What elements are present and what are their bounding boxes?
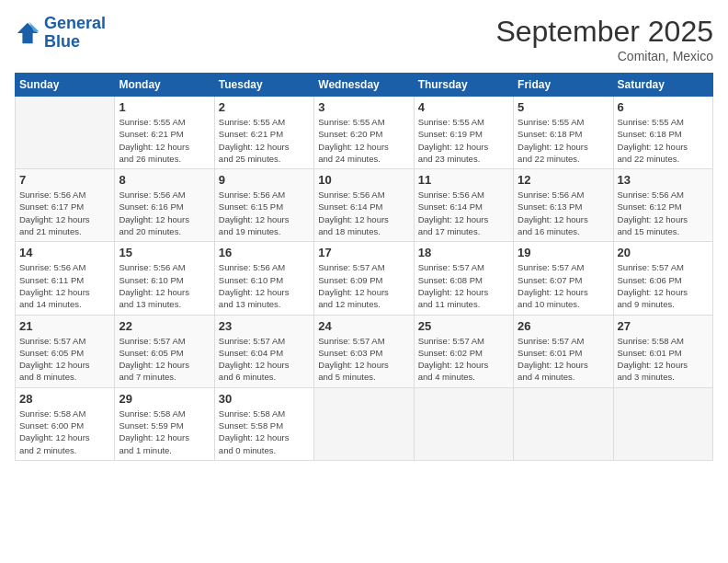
svg-marker-0 xyxy=(17,23,38,43)
day-header-friday: Friday xyxy=(514,74,613,97)
week-row-1: 1Sunrise: 5:55 AM Sunset: 6:21 PM Daylig… xyxy=(16,97,713,169)
calendar-cell: 17Sunrise: 5:57 AM Sunset: 6:09 PM Dayli… xyxy=(314,242,414,315)
day-info: Sunrise: 5:57 AM Sunset: 6:06 PM Dayligh… xyxy=(618,261,709,310)
day-info: Sunrise: 5:55 AM Sunset: 6:21 PM Dayligh… xyxy=(219,116,310,165)
calendar-cell: 30Sunrise: 5:58 AM Sunset: 5:58 PM Dayli… xyxy=(214,387,313,460)
day-info: Sunrise: 5:56 AM Sunset: 6:13 PM Dayligh… xyxy=(518,189,609,237)
calendar-cell: 15Sunrise: 5:56 AM Sunset: 6:10 PM Dayli… xyxy=(115,242,214,315)
logo-text: General Blue xyxy=(44,15,106,52)
day-number: 22 xyxy=(119,319,210,333)
day-number: 14 xyxy=(19,246,110,259)
day-info: Sunrise: 5:56 AM Sunset: 6:17 PM Dayligh… xyxy=(19,189,110,237)
day-number: 16 xyxy=(219,246,310,259)
day-info: Sunrise: 5:56 AM Sunset: 6:16 PM Dayligh… xyxy=(119,189,210,237)
day-number: 29 xyxy=(119,392,210,406)
day-number: 25 xyxy=(418,319,509,333)
day-info: Sunrise: 5:57 AM Sunset: 6:09 PM Dayligh… xyxy=(318,261,409,310)
day-info: Sunrise: 5:56 AM Sunset: 6:10 PM Dayligh… xyxy=(119,261,210,310)
day-number: 4 xyxy=(418,100,509,114)
day-info: Sunrise: 5:55 AM Sunset: 6:18 PM Dayligh… xyxy=(618,116,709,165)
day-number: 8 xyxy=(119,173,210,187)
day-info: Sunrise: 5:56 AM Sunset: 6:15 PM Dayligh… xyxy=(219,189,310,237)
day-info: Sunrise: 5:57 AM Sunset: 6:07 PM Dayligh… xyxy=(518,261,609,310)
day-info: Sunrise: 5:56 AM Sunset: 6:12 PM Dayligh… xyxy=(618,189,709,237)
week-row-4: 21Sunrise: 5:57 AM Sunset: 6:05 PM Dayli… xyxy=(16,315,713,387)
month-title: September 2025 xyxy=(495,15,713,49)
logo-icon xyxy=(15,20,40,46)
calendar-cell xyxy=(514,387,613,460)
day-info: Sunrise: 5:57 AM Sunset: 6:04 PM Dayligh… xyxy=(219,335,310,384)
calendar-cell: 16Sunrise: 5:56 AM Sunset: 6:10 PM Dayli… xyxy=(214,242,313,315)
day-number: 26 xyxy=(518,319,609,333)
day-info: Sunrise: 5:57 AM Sunset: 6:08 PM Dayligh… xyxy=(418,261,509,310)
day-header-wednesday: Wednesday xyxy=(314,74,414,97)
calendar-cell: 28Sunrise: 5:58 AM Sunset: 6:00 PM Dayli… xyxy=(16,387,115,460)
day-info: Sunrise: 5:58 AM Sunset: 6:01 PM Dayligh… xyxy=(618,335,709,384)
calendar-cell: 21Sunrise: 5:57 AM Sunset: 6:05 PM Dayli… xyxy=(16,315,115,387)
day-number: 28 xyxy=(19,392,110,406)
calendar-cell xyxy=(414,387,513,460)
day-header-thursday: Thursday xyxy=(414,74,513,97)
calendar-table: SundayMondayTuesdayWednesdayThursdayFrid… xyxy=(15,73,713,461)
calendar-cell: 7Sunrise: 5:56 AM Sunset: 6:17 PM Daylig… xyxy=(16,169,115,242)
calendar-cell: 11Sunrise: 5:56 AM Sunset: 6:14 PM Dayli… xyxy=(414,169,513,242)
day-info: Sunrise: 5:58 AM Sunset: 5:58 PM Dayligh… xyxy=(219,408,310,456)
calendar-cell: 4Sunrise: 5:55 AM Sunset: 6:19 PM Daylig… xyxy=(414,97,513,169)
day-info: Sunrise: 5:56 AM Sunset: 6:14 PM Dayligh… xyxy=(318,189,409,237)
day-number: 10 xyxy=(318,173,409,187)
calendar-cell: 10Sunrise: 5:56 AM Sunset: 6:14 PM Dayli… xyxy=(314,169,414,242)
day-info: Sunrise: 5:56 AM Sunset: 6:10 PM Dayligh… xyxy=(219,261,310,310)
calendar-cell: 1Sunrise: 5:55 AM Sunset: 6:21 PM Daylig… xyxy=(115,97,214,169)
day-number: 11 xyxy=(418,173,509,187)
day-header-saturday: Saturday xyxy=(613,74,712,97)
calendar-cell: 2Sunrise: 5:55 AM Sunset: 6:21 PM Daylig… xyxy=(214,97,313,169)
day-number: 21 xyxy=(19,319,110,333)
day-info: Sunrise: 5:56 AM Sunset: 6:14 PM Dayligh… xyxy=(418,189,509,237)
day-info: Sunrise: 5:57 AM Sunset: 6:02 PM Dayligh… xyxy=(418,335,509,384)
day-number: 12 xyxy=(518,173,609,187)
day-info: Sunrise: 5:55 AM Sunset: 6:18 PM Dayligh… xyxy=(518,116,609,165)
calendar-cell: 27Sunrise: 5:58 AM Sunset: 6:01 PM Dayli… xyxy=(613,315,712,387)
day-number: 3 xyxy=(318,100,409,114)
title-block: September 2025 Comitan, Mexico xyxy=(495,15,713,63)
calendar-cell xyxy=(314,387,414,460)
calendar-cell: 9Sunrise: 5:56 AM Sunset: 6:15 PM Daylig… xyxy=(214,169,313,242)
day-number: 30 xyxy=(219,392,310,406)
day-number: 2 xyxy=(219,100,310,114)
day-info: Sunrise: 5:55 AM Sunset: 6:19 PM Dayligh… xyxy=(418,116,509,165)
calendar-cell: 23Sunrise: 5:57 AM Sunset: 6:04 PM Dayli… xyxy=(214,315,313,387)
day-info: Sunrise: 5:55 AM Sunset: 6:20 PM Dayligh… xyxy=(318,116,409,165)
calendar-cell: 3Sunrise: 5:55 AM Sunset: 6:20 PM Daylig… xyxy=(314,97,414,169)
calendar-body: 1Sunrise: 5:55 AM Sunset: 6:21 PM Daylig… xyxy=(16,97,713,461)
calendar-cell: 5Sunrise: 5:55 AM Sunset: 6:18 PM Daylig… xyxy=(514,97,613,169)
day-header-sunday: Sunday xyxy=(16,74,115,97)
page-header: General Blue September 2025 Comitan, Mex… xyxy=(15,15,713,63)
day-info: Sunrise: 5:57 AM Sunset: 6:05 PM Dayligh… xyxy=(19,335,110,384)
calendar-cell: 19Sunrise: 5:57 AM Sunset: 6:07 PM Dayli… xyxy=(514,242,613,315)
day-number: 5 xyxy=(518,100,609,114)
day-header-tuesday: Tuesday xyxy=(214,74,313,97)
day-number: 23 xyxy=(219,319,310,333)
day-number: 7 xyxy=(19,173,110,187)
week-row-3: 14Sunrise: 5:56 AM Sunset: 6:11 PM Dayli… xyxy=(16,242,713,315)
day-number: 24 xyxy=(318,319,409,333)
calendar-cell: 24Sunrise: 5:57 AM Sunset: 6:03 PM Dayli… xyxy=(314,315,414,387)
calendar-cell: 26Sunrise: 5:57 AM Sunset: 6:01 PM Dayli… xyxy=(514,315,613,387)
day-number: 17 xyxy=(318,246,409,259)
day-info: Sunrise: 5:57 AM Sunset: 6:01 PM Dayligh… xyxy=(518,335,609,384)
day-info: Sunrise: 5:55 AM Sunset: 6:21 PM Dayligh… xyxy=(119,116,210,165)
calendar-cell: 22Sunrise: 5:57 AM Sunset: 6:05 PM Dayli… xyxy=(115,315,214,387)
day-info: Sunrise: 5:58 AM Sunset: 5:59 PM Dayligh… xyxy=(119,408,210,456)
day-info: Sunrise: 5:57 AM Sunset: 6:05 PM Dayligh… xyxy=(119,335,210,384)
day-number: 20 xyxy=(618,246,709,259)
calendar-cell: 13Sunrise: 5:56 AM Sunset: 6:12 PM Dayli… xyxy=(613,169,712,242)
logo: General Blue xyxy=(15,15,106,52)
day-info: Sunrise: 5:56 AM Sunset: 6:11 PM Dayligh… xyxy=(19,261,110,310)
day-number: 18 xyxy=(418,246,509,259)
week-row-2: 7Sunrise: 5:56 AM Sunset: 6:17 PM Daylig… xyxy=(16,169,713,242)
calendar-cell: 14Sunrise: 5:56 AM Sunset: 6:11 PM Dayli… xyxy=(16,242,115,315)
day-header-monday: Monday xyxy=(115,74,214,97)
calendar-cell: 25Sunrise: 5:57 AM Sunset: 6:02 PM Dayli… xyxy=(414,315,513,387)
day-number: 6 xyxy=(618,100,709,114)
calendar-cell: 18Sunrise: 5:57 AM Sunset: 6:08 PM Dayli… xyxy=(414,242,513,315)
